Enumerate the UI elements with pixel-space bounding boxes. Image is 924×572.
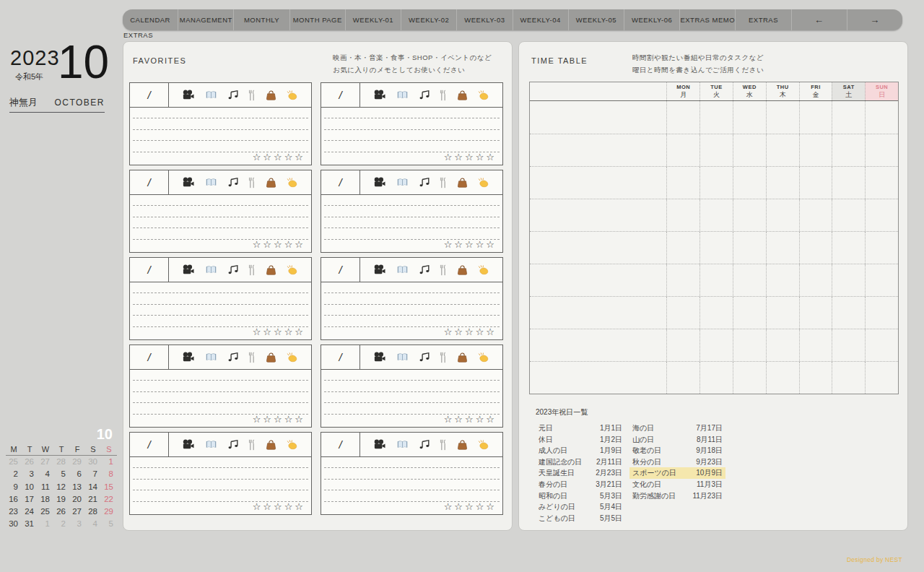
timetable-cell[interactable]	[865, 232, 898, 264]
timetable-cell[interactable]	[832, 134, 865, 166]
timetable-cell[interactable]	[666, 362, 699, 394]
calendar-day[interactable]: 29	[101, 506, 117, 518]
date-field[interactable]: /	[130, 170, 169, 194]
calendar-day[interactable]: 12	[53, 481, 69, 493]
memo-area[interactable]: ☆☆☆☆☆	[321, 282, 502, 339]
calendar-day[interactable]: 25	[6, 456, 22, 468]
tab-weekly-03[interactable]: WEEKLY-03	[456, 9, 512, 30]
timetable-cell[interactable]	[733, 199, 766, 231]
calendar-day[interactable]: 18	[38, 493, 53, 506]
calendar-day[interactable]: 31	[22, 518, 38, 530]
timetable-cell[interactable]	[832, 297, 865, 329]
calendar-day[interactable]: 2	[6, 468, 22, 480]
calendar-day[interactable]: 4	[38, 468, 53, 480]
calendar-day[interactable]: 10	[22, 481, 38, 493]
calendar-day[interactable]: 1	[38, 518, 53, 530]
timetable-cell[interactable]	[799, 329, 832, 361]
timetable-cell[interactable]	[699, 199, 733, 231]
timetable-cell[interactable]	[766, 199, 799, 231]
timetable-cell[interactable]	[733, 264, 766, 296]
calendar-day[interactable]: 13	[69, 481, 85, 493]
timetable-cell[interactable]	[865, 199, 898, 231]
calendar-day[interactable]: 26	[53, 506, 69, 518]
timetable-cell[interactable]	[699, 297, 733, 329]
calendar-day[interactable]: 3	[22, 468, 38, 480]
tab-weekly-06[interactable]: WEEKLY-06	[624, 9, 679, 30]
timetable-cell[interactable]	[799, 199, 832, 231]
star-rating[interactable]: ☆☆☆☆☆	[444, 326, 497, 337]
date-field[interactable]: /	[130, 433, 169, 456]
calendar-day[interactable]: 5	[101, 518, 117, 530]
timetable-cell[interactable]	[865, 329, 898, 361]
timetable-cell[interactable]	[865, 101, 898, 134]
calendar-day[interactable]: 17	[22, 493, 38, 506]
memo-area[interactable]: ☆☆☆☆☆	[321, 370, 502, 427]
timetable-activity-cell[interactable]	[530, 329, 666, 361]
timetable-cell[interactable]	[865, 362, 898, 394]
timetable-cell[interactable]	[666, 232, 699, 264]
timetable-cell[interactable]	[832, 232, 865, 264]
timetable-cell[interactable]	[699, 134, 733, 166]
memo-area[interactable]: ☆☆☆☆☆	[321, 108, 502, 165]
star-rating[interactable]: ☆☆☆☆☆	[444, 414, 497, 425]
timetable-cell[interactable]	[699, 101, 733, 134]
tab-extras[interactable]: EXTRAS	[735, 9, 790, 30]
timetable-cell[interactable]	[766, 232, 799, 264]
timetable-cell[interactable]	[832, 264, 865, 296]
calendar-day[interactable]: 30	[85, 456, 101, 468]
calendar-day[interactable]: 28	[85, 506, 101, 518]
star-rating[interactable]: ☆☆☆☆☆	[253, 152, 305, 162]
timetable-cell[interactable]	[733, 362, 766, 394]
tab-weekly-05[interactable]: WEEKLY-05	[568, 9, 624, 30]
calendar-day[interactable]: 22	[101, 493, 117, 506]
timetable-cell[interactable]	[699, 329, 733, 361]
timetable-cell[interactable]	[766, 134, 799, 166]
timetable-activity-cell[interactable]	[530, 264, 666, 296]
calendar-day[interactable]: 24	[22, 506, 38, 518]
date-field[interactable]: /	[130, 83, 169, 107]
calendar-day[interactable]: 23	[6, 506, 22, 518]
prev-arrow-button[interactable]: ←	[791, 9, 847, 30]
calendar-day[interactable]: 4	[85, 518, 101, 530]
timetable-cell[interactable]	[666, 297, 699, 329]
date-field[interactable]: /	[321, 170, 360, 194]
date-field[interactable]: /	[321, 83, 360, 107]
timetable-activity-cell[interactable]	[530, 134, 666, 166]
calendar-day[interactable]: 14	[85, 481, 101, 493]
timetable-activity-cell[interactable]	[530, 362, 666, 394]
calendar-day[interactable]: 1	[101, 456, 117, 468]
timetable-cell[interactable]	[733, 329, 766, 361]
calendar-day[interactable]: 25	[38, 506, 53, 518]
timetable-cell[interactable]	[832, 199, 865, 231]
timetable-cell[interactable]	[799, 134, 832, 166]
timetable-cell[interactable]	[666, 199, 699, 231]
memo-area[interactable]: ☆☆☆☆☆	[130, 370, 311, 427]
calendar-day[interactable]: 27	[69, 506, 85, 518]
calendar-day[interactable]: 19	[53, 493, 69, 506]
tab-management[interactable]: MANAGEMENT	[178, 9, 233, 30]
date-field[interactable]: /	[130, 345, 169, 369]
timetable-cell[interactable]	[733, 232, 766, 264]
timetable-cell[interactable]	[699, 167, 733, 199]
timetable-cell[interactable]	[766, 297, 799, 329]
timetable-cell[interactable]	[699, 362, 733, 394]
timetable-cell[interactable]	[733, 297, 766, 329]
timetable-cell[interactable]	[766, 167, 799, 199]
timetable-cell[interactable]	[766, 362, 799, 394]
tab-weekly-01[interactable]: WEEKLY-01	[345, 9, 401, 30]
memo-area[interactable]: ☆☆☆☆☆	[130, 457, 311, 514]
star-rating[interactable]: ☆☆☆☆☆	[253, 239, 305, 250]
timetable-cell[interactable]	[865, 297, 898, 329]
tab-weekly-02[interactable]: WEEKLY-02	[401, 9, 456, 30]
timetable-activity-cell[interactable]	[530, 167, 666, 199]
calendar-day[interactable]: 8	[101, 468, 117, 480]
memo-area[interactable]: ☆☆☆☆☆	[130, 108, 311, 165]
next-arrow-button[interactable]: →	[847, 9, 902, 30]
timetable-activity-cell[interactable]	[530, 232, 666, 264]
timetable-activity-cell[interactable]	[530, 101, 666, 134]
timetable-cell[interactable]	[865, 134, 898, 166]
calendar-day[interactable]: 3	[69, 518, 85, 530]
timetable-cell[interactable]	[832, 101, 865, 134]
tab-monthly[interactable]: MONTHLY	[233, 9, 289, 30]
timetable-cell[interactable]	[666, 101, 699, 134]
